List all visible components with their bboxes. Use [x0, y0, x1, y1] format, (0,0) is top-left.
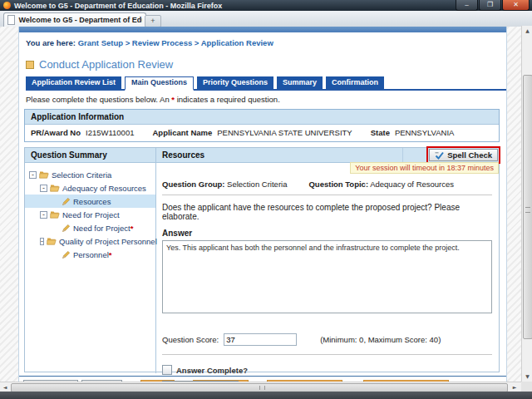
- tree-item-personnel[interactable]: Personnel*: [25, 248, 155, 261]
- required-asterisk: *: [109, 250, 112, 259]
- breadcrumb-prefix: You are here:: [26, 38, 76, 47]
- bullet-square-icon: [26, 61, 34, 69]
- field-label: PR/Award No: [31, 128, 81, 137]
- review-panels: Question Summary Resources Spell Check Y…: [24, 147, 500, 372]
- panel-body: -Selection Criteria-Adequacy of Resource…: [25, 163, 499, 373]
- application-information-fields: PR/Award NoI215W110001Applicant NamePENN…: [25, 125, 499, 141]
- pencil-icon: [62, 250, 71, 259]
- question-panel: Question Group: Selection CriteriaQuesti…: [156, 163, 499, 373]
- firefox-icon: [3, 2, 11, 9]
- question-topic-label: Question Topic:: [308, 180, 368, 189]
- tree-item-label: Personnel: [73, 250, 109, 259]
- spell-check-button[interactable]: Spell Check: [429, 149, 498, 161]
- spell-check-icon: [435, 151, 444, 160]
- required-asterisk: *: [131, 224, 134, 233]
- tab-application-review-list[interactable]: Application Review List: [26, 76, 121, 89]
- tab-priority-questions[interactable]: Priority Questions: [197, 76, 273, 89]
- collapse-icon[interactable]: -: [40, 238, 44, 245]
- session-timeout-message: Your session will timeout in 18:37 minut…: [350, 162, 499, 174]
- collapse-icon[interactable]: -: [40, 185, 47, 192]
- question-score-label: Question Score:: [162, 335, 219, 344]
- tab-strip: Welcome to G5 - Department of Edu... +: [0, 11, 532, 27]
- scrollbar-corner: [521, 382, 532, 392]
- resources-header: Resources: [156, 148, 403, 162]
- spell-check-label: Spell Check: [447, 150, 492, 160]
- answer-complete-row: Answer Complete?: [162, 365, 492, 375]
- window-title: Welcome to G5 - Department of Education …: [14, 2, 222, 10]
- instruction-post: indicates a required question.: [175, 95, 280, 104]
- minimize-button[interactable]: –: [456, 0, 478, 11]
- tab-summary[interactable]: Summary: [277, 76, 323, 89]
- question-group-value: Selection Criteria: [224, 180, 287, 189]
- field-value: I215W110001: [86, 128, 134, 137]
- field-pr-award-no: PR/Award NoI215W110001: [31, 128, 134, 137]
- tree-item-quality-of-project-personnel[interactable]: -Quality of Project Personnel: [25, 234, 155, 248]
- maximize-button[interactable]: ❐: [479, 0, 501, 11]
- tree-item-label: Quality of Project Personnel: [59, 237, 157, 246]
- browser-tab-title: Welcome to G5 - Department of Edu...: [18, 16, 142, 24]
- answer-complete-checkbox[interactable]: [162, 365, 172, 375]
- answer-complete-label: Answer Complete?: [176, 366, 248, 375]
- scroll-up-icon[interactable]: ▲: [522, 26, 532, 36]
- field-label: Applicant Name: [152, 128, 212, 137]
- browser-tab[interactable]: Welcome to G5 - Department of Edu...: [3, 12, 146, 27]
- folder-icon: [39, 170, 49, 179]
- application-information-box: Application Information PR/Award NoI215W…: [24, 109, 500, 142]
- tree-item-need-for-project[interactable]: Need for Project*: [25, 221, 155, 234]
- collapse-icon[interactable]: -: [29, 171, 37, 179]
- pencil-icon: [62, 197, 71, 206]
- field-value: PENNSYLVANIA STATE UNIVERSITY: [217, 128, 352, 137]
- tree-item-label: Adequacy of Resources: [62, 184, 146, 193]
- scroll-down-icon[interactable]: ▼: [522, 372, 532, 382]
- tree-item-resources[interactable]: Resources: [25, 195, 155, 208]
- question-topic-value: Adequacy of Resources: [368, 180, 454, 189]
- pencil-icon: [62, 224, 71, 233]
- tab-main-questions[interactable]: Main Questions: [125, 76, 194, 91]
- field-applicant-name: Applicant NamePENNSYLVANIA STATE UNIVERS…: [152, 128, 352, 137]
- tab-confirmation[interactable]: Confirmation: [326, 76, 384, 89]
- tree-item-need-for-project[interactable]: -Need for Project: [25, 208, 155, 221]
- collapse-icon[interactable]: -: [40, 211, 47, 219]
- new-tab-button[interactable]: +: [145, 15, 161, 27]
- score-range-text: (Minimum: 0, Maximum Score: 40): [320, 335, 441, 344]
- question-group-label: Question Group:: [162, 180, 224, 189]
- section-tabs: Application Review ListMain QuestionsPri…: [26, 76, 506, 91]
- page-title: Conduct Application Review: [39, 58, 173, 71]
- close-button[interactable]: ✕: [502, 0, 530, 11]
- instruction-note: Please complete the questions below. An …: [26, 95, 506, 104]
- folder-icon: [50, 210, 60, 219]
- question-tree: -Selection Criteria-Adequacy of Resource…: [25, 163, 156, 373]
- tree-item-selection-criteria[interactable]: -Selection Criteria: [25, 168, 155, 181]
- answer-textarea[interactable]: Yes. This applicant has both the personn…: [162, 240, 492, 313]
- instruction-pre: Please complete the questions below. An: [26, 95, 171, 104]
- page-viewport: You are here: Grant Setup > Review Proce…: [0, 27, 521, 382]
- window-titlebar: Welcome to G5 - Department of Education …: [0, 0, 532, 12]
- folder-icon: [47, 237, 57, 245]
- vertical-scrollbar[interactable]: ▲ ▼: [521, 26, 532, 382]
- application-information-header: Application Information: [25, 110, 499, 125]
- tree-item-label: Need for Project: [73, 224, 131, 233]
- field-label: State: [371, 128, 390, 137]
- breadcrumb-path[interactable]: Grant Setup > Review Process > Applicati…: [76, 38, 273, 47]
- answer-label: Answer: [162, 229, 492, 238]
- tree-item-label: Resources: [73, 197, 111, 206]
- question-score-input[interactable]: [224, 333, 297, 346]
- question-meta: Question Group: Selection CriteriaQuesti…: [162, 180, 492, 189]
- top-nav-bar: [19, 27, 506, 32]
- folder-icon: [50, 184, 60, 192]
- score-row: Question Score: (Minimum: 0, Maximum Sco…: [162, 333, 492, 346]
- field-state: StatePENNSYLVANIA: [371, 128, 455, 137]
- vertical-scrollbar-thumb[interactable]: [523, 75, 532, 339]
- field-value: PENNSYLVANIA: [395, 128, 454, 137]
- breadcrumb: You are here: Grant Setup > Review Proce…: [26, 38, 506, 47]
- page-content: You are here: Grant Setup > Review Proce…: [18, 27, 507, 382]
- horizontal-scrollbar[interactable]: ◄ ►: [0, 382, 521, 392]
- tree-item-label: Need for Project: [62, 210, 120, 219]
- question-text: Does the applicant have the resources to…: [162, 203, 492, 221]
- spell-check-annotation: Spell Check: [426, 146, 500, 164]
- window-bottom-edge: [0, 392, 532, 399]
- tree-item-label: Selection Criteria: [52, 170, 111, 180]
- page-heading: Conduct Application Review: [26, 58, 506, 71]
- question-summary-header: Question Summary: [25, 148, 156, 162]
- tree-item-adequacy-of-resources[interactable]: -Adequacy of Resources: [25, 181, 155, 195]
